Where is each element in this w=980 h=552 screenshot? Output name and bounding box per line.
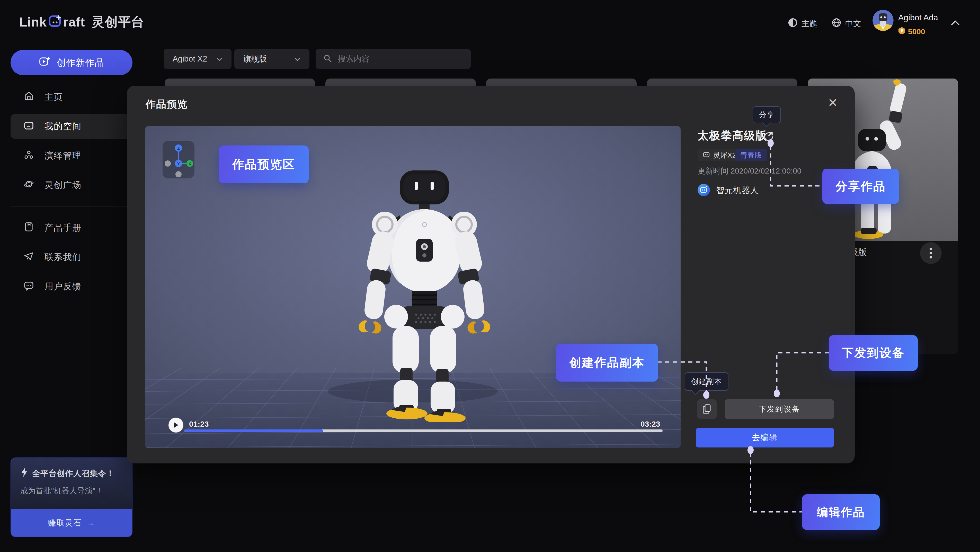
more-options-button[interactable] — [920, 242, 942, 264]
play-icon — [173, 422, 179, 428]
close-icon[interactable]: ✕ — [828, 96, 838, 110]
create-new-work-button[interactable]: 创作新作品 — [11, 50, 132, 75]
sidebar-item-label: 演绎管理 — [45, 150, 81, 162]
globe-icon — [831, 18, 842, 30]
coin-count: 5000 — [908, 27, 925, 36]
theme-toggle[interactable]: 主题 — [788, 18, 818, 30]
current-time: 01:23 — [189, 420, 209, 428]
sidebar-divider — [11, 206, 132, 206]
sidebar-item-my-space[interactable]: 我的空间 — [11, 114, 132, 139]
language-switcher[interactable]: 中文 — [831, 18, 861, 30]
search-box[interactable] — [316, 49, 471, 69]
planet-icon — [24, 179, 34, 191]
annotation-preview-area: 作品预览区 — [219, 145, 309, 183]
annotation-share-work: 分享作品 — [822, 169, 899, 204]
book-icon — [24, 222, 34, 234]
robot-model-value: Agibot X2 — [173, 54, 207, 64]
progress-bar-fill — [185, 429, 323, 432]
app-root: Linkraft灵创平台 主题 中文 Agibot Ada 5000 创作新作品… — [0, 0, 980, 552]
user-avatar[interactable] — [872, 10, 894, 31]
creator-name: 智元机器人 — [716, 185, 759, 196]
go-edit-button[interactable]: 去编辑 — [696, 428, 834, 447]
sidebar-item-home[interactable]: 主页 — [11, 85, 132, 109]
arrow-right-icon: → — [87, 518, 95, 528]
folder-icon — [24, 120, 34, 133]
promo-card: 全平台创作人召集令！ 成为首批"机器人导演"！ 赚取灵石 → — [11, 458, 132, 537]
coin-icon — [898, 27, 905, 36]
group-icon — [24, 149, 34, 162]
lightning-icon — [20, 468, 28, 479]
copy-tooltip: 创建副本 — [685, 372, 729, 391]
logo-text-post: raft — [63, 15, 85, 30]
progress-bar[interactable] — [185, 429, 663, 432]
earn-gems-button[interactable]: 赚取灵石 → — [11, 509, 132, 536]
work-title: 太极拳高级版 — [698, 128, 767, 143]
logo-robot-icon — [48, 14, 62, 30]
sidebar-item-plaza[interactable]: 灵创广场 — [11, 173, 132, 198]
share-icon[interactable] — [763, 130, 774, 143]
edition-tag-label: 青春版 — [740, 150, 762, 160]
axis-z-label: Z — [177, 146, 180, 150]
chevron-down-icon — [216, 54, 223, 64]
sidebar-item-contact[interactable]: 联系我们 — [11, 245, 132, 270]
share-tooltip: 分享 — [752, 106, 781, 123]
sidebar-item-label: 主页 — [45, 91, 63, 103]
axis-x-label: X — [189, 161, 191, 166]
copy-icon — [702, 404, 711, 414]
search-icon — [323, 54, 332, 64]
create-work-icon — [39, 56, 50, 69]
annotation-edit-work: 编辑作品 — [802, 495, 880, 530]
annotation-create-copy: 创建作品副本 — [556, 344, 658, 381]
updated-time: 更新时间 2020/02/02 12:00:00 — [698, 166, 802, 176]
axis-gizmo[interactable]: Z Y X — [162, 141, 194, 179]
sidebar-item-label: 用户反馈 — [45, 281, 81, 292]
earn-gems-label: 赚取灵石 — [48, 517, 82, 528]
play-button[interactable] — [169, 418, 183, 432]
sidebar-item-label: 我的空间 — [45, 121, 81, 132]
promo-title-row: 全平台创作人召集令！ — [20, 468, 132, 479]
logo-text-cn: 灵创平台 — [92, 13, 144, 30]
create-work-label: 创作新作品 — [57, 57, 105, 69]
chat-bubble-icon — [24, 280, 34, 293]
create-copy-button[interactable] — [697, 399, 717, 419]
robot-face-icon — [703, 151, 710, 160]
promo-subtitle: 成为首批"机器人导演"！ — [20, 486, 132, 496]
collapse-chevron-icon[interactable] — [950, 19, 961, 28]
creator-avatar — [698, 184, 710, 197]
theme-label: 主题 — [802, 18, 818, 29]
modal-title: 作品预览 — [146, 97, 188, 111]
total-time: 03:23 — [641, 420, 660, 428]
logo-text-pre: Link — [19, 15, 47, 30]
theme-icon — [788, 18, 798, 30]
model-tag-label: 灵犀X2 — [713, 150, 736, 160]
axis-y-label: Y — [177, 161, 180, 166]
sidebar-item-performance[interactable]: 演绎管理 — [11, 144, 132, 168]
edition-dropdown[interactable]: 旗舰版 — [234, 49, 309, 69]
sidebar-item-label: 产品手册 — [45, 222, 81, 234]
robot-model-image — [334, 165, 514, 422]
robot-model-dropdown[interactable]: Agibot X2 — [164, 49, 232, 69]
send-to-device-button[interactable]: 下发到设备 — [725, 399, 834, 419]
chevron-down-icon — [294, 54, 301, 64]
kebab-menu-icon — [929, 247, 932, 259]
language-label: 中文 — [845, 18, 861, 29]
edition-value: 旗舰版 — [243, 54, 267, 64]
annotation-send-device: 下发到设备 — [829, 335, 918, 371]
paper-plane-icon — [24, 251, 34, 264]
user-name: Agibot Ada — [898, 13, 938, 22]
promo-title: 全平台创作人召集令！ — [32, 468, 115, 479]
sidebar-item-manual[interactable]: 产品手册 — [11, 215, 132, 240]
sidebar-item-feedback[interactable]: 用户反馈 — [11, 274, 132, 299]
edition-tag: 青春版 — [735, 149, 767, 161]
model-tag: 灵犀X2 — [698, 149, 741, 161]
sidebar-item-label: 灵创广场 — [45, 179, 81, 191]
creator-row: 智元机器人 — [698, 184, 759, 197]
user-coins: 5000 — [898, 27, 925, 36]
search-input[interactable] — [338, 54, 463, 64]
sidebar-item-label: 联系我们 — [45, 251, 81, 263]
app-logo: Linkraft灵创平台 — [19, 13, 144, 30]
home-icon — [24, 91, 34, 104]
